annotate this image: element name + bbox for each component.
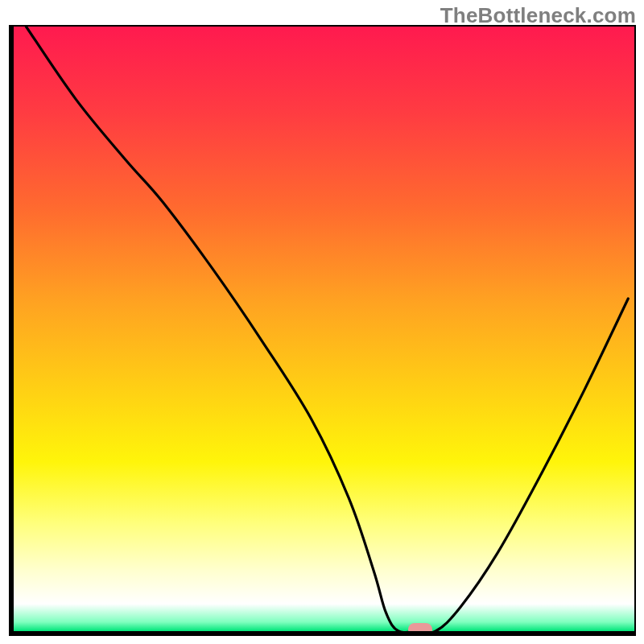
chart-plot-area — [9, 25, 636, 636]
watermark-text: TheBottleneck.com — [440, 3, 636, 28]
chart-svg — [14, 27, 634, 631]
optimal-point-marker — [408, 623, 432, 636]
chart-background-gradient — [14, 27, 634, 631]
chart-stage: TheBottleneck.com — [0, 0, 644, 644]
